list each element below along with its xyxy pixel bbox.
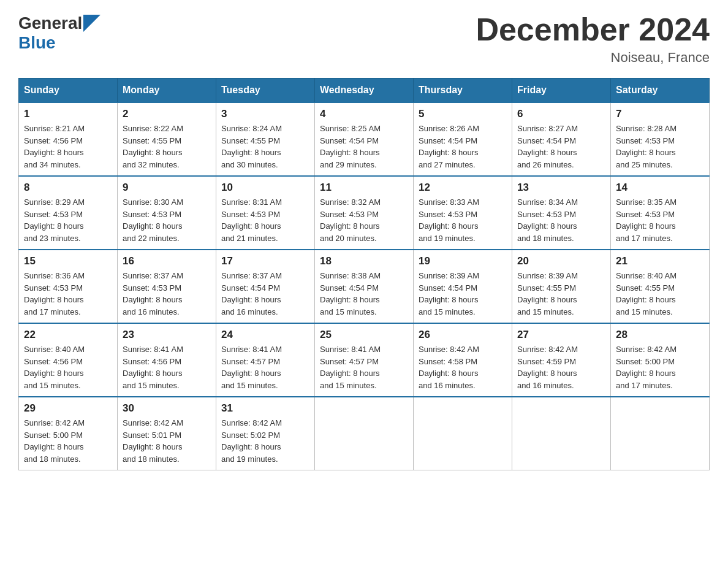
day-info: Sunrise: 8:39 AM Sunset: 4:55 PM Dayligh… [517,270,605,318]
day-info: Sunrise: 8:38 AM Sunset: 4:54 PM Dayligh… [320,270,408,318]
calendar-week-4: 22 Sunrise: 8:40 AM Sunset: 4:56 PM Dayl… [19,323,710,397]
day-number: 25 [320,329,408,341]
calendar-title: December 2024 [476,12,710,47]
calendar-cell [611,397,710,470]
day-number: 24 [221,329,309,341]
day-number: 26 [419,329,507,341]
calendar-cell: 24 Sunrise: 8:41 AM Sunset: 4:57 PM Dayl… [216,323,315,397]
calendar-cell: 1 Sunrise: 8:21 AM Sunset: 4:56 PM Dayli… [19,102,118,176]
day-number: 5 [419,108,507,120]
day-number: 10 [221,182,309,194]
day-number: 16 [123,255,211,267]
day-info: Sunrise: 8:25 AM Sunset: 4:54 PM Dayligh… [320,123,408,170]
calendar-cell: 5 Sunrise: 8:26 AM Sunset: 4:54 PM Dayli… [414,102,512,176]
logo-general-text: General [18,13,82,33]
calendar-cell [414,397,512,470]
day-info: Sunrise: 8:37 AM Sunset: 4:54 PM Dayligh… [221,270,309,318]
day-number: 21 [616,255,704,267]
day-info: Sunrise: 8:41 AM Sunset: 4:57 PM Dayligh… [320,343,408,391]
calendar-cell: 12 Sunrise: 8:33 AM Sunset: 4:53 PM Dayl… [414,176,512,250]
calendar-cell: 11 Sunrise: 8:32 AM Sunset: 4:53 PM Dayl… [315,176,414,250]
day-number: 31 [221,402,309,415]
calendar-cell: 23 Sunrise: 8:41 AM Sunset: 4:56 PM Dayl… [118,323,216,397]
calendar-subtitle: Noiseau, France [476,50,710,66]
calendar-cell: 31 Sunrise: 8:42 AM Sunset: 5:02 PM Dayl… [216,397,315,470]
col-friday: Friday [512,79,611,103]
day-info: Sunrise: 8:36 AM Sunset: 4:53 PM Dayligh… [24,270,112,318]
calendar-cell: 17 Sunrise: 8:37 AM Sunset: 4:54 PM Dayl… [216,250,315,323]
calendar-cell [512,397,611,470]
col-wednesday: Wednesday [315,79,414,103]
day-info: Sunrise: 8:41 AM Sunset: 4:56 PM Dayligh… [123,343,211,391]
logo-arrow-icon [83,15,100,32]
day-info: Sunrise: 8:27 AM Sunset: 4:54 PM Dayligh… [517,123,605,170]
day-info: Sunrise: 8:33 AM Sunset: 4:53 PM Dayligh… [419,196,507,244]
day-info: Sunrise: 8:41 AM Sunset: 4:57 PM Dayligh… [221,343,309,391]
col-thursday: Thursday [414,79,512,103]
page-header: General Blue December 2024 Noiseau, Fran… [18,12,710,66]
day-number: 13 [517,182,605,194]
calendar-cell: 28 Sunrise: 8:42 AM Sunset: 5:00 PM Dayl… [611,323,710,397]
day-info: Sunrise: 8:31 AM Sunset: 4:53 PM Dayligh… [221,196,309,244]
calendar-cell: 10 Sunrise: 8:31 AM Sunset: 4:53 PM Dayl… [216,176,315,250]
day-info: Sunrise: 8:42 AM Sunset: 5:00 PM Dayligh… [616,343,704,391]
day-number: 1 [24,108,112,120]
calendar-cell: 2 Sunrise: 8:22 AM Sunset: 4:55 PM Dayli… [118,102,216,176]
day-number: 6 [517,108,605,120]
day-number: 27 [517,329,605,341]
calendar-week-1: 1 Sunrise: 8:21 AM Sunset: 4:56 PM Dayli… [19,102,710,176]
day-info: Sunrise: 8:42 AM Sunset: 4:58 PM Dayligh… [419,343,507,391]
day-number: 23 [123,329,211,341]
col-monday: Monday [118,79,216,103]
calendar-cell: 15 Sunrise: 8:36 AM Sunset: 4:53 PM Dayl… [19,250,118,323]
calendar-week-5: 29 Sunrise: 8:42 AM Sunset: 5:00 PM Dayl… [19,397,710,470]
day-number: 3 [221,108,309,120]
calendar-cell: 16 Sunrise: 8:37 AM Sunset: 4:53 PM Dayl… [118,250,216,323]
day-info: Sunrise: 8:42 AM Sunset: 5:01 PM Dayligh… [123,417,211,465]
day-number: 14 [616,182,704,194]
day-number: 9 [123,182,211,194]
calendar-cell: 6 Sunrise: 8:27 AM Sunset: 4:54 PM Dayli… [512,102,611,176]
calendar-cell: 8 Sunrise: 8:29 AM Sunset: 4:53 PM Dayli… [19,176,118,250]
day-number: 20 [517,255,605,267]
calendar-cell [315,397,414,470]
calendar-cell: 29 Sunrise: 8:42 AM Sunset: 5:00 PM Dayl… [19,397,118,470]
col-tuesday: Tuesday [216,79,315,103]
calendar-cell: 9 Sunrise: 8:30 AM Sunset: 4:53 PM Dayli… [118,176,216,250]
svg-marker-0 [83,15,100,32]
col-saturday: Saturday [611,79,710,103]
calendar-week-2: 8 Sunrise: 8:29 AM Sunset: 4:53 PM Dayli… [19,176,710,250]
day-info: Sunrise: 8:26 AM Sunset: 4:54 PM Dayligh… [419,123,507,170]
day-info: Sunrise: 8:42 AM Sunset: 4:59 PM Dayligh… [517,343,605,391]
day-info: Sunrise: 8:24 AM Sunset: 4:55 PM Dayligh… [221,123,309,170]
day-number: 15 [24,255,112,267]
calendar-cell: 18 Sunrise: 8:38 AM Sunset: 4:54 PM Dayl… [315,250,414,323]
day-info: Sunrise: 8:34 AM Sunset: 4:53 PM Dayligh… [517,196,605,244]
calendar-cell: 20 Sunrise: 8:39 AM Sunset: 4:55 PM Dayl… [512,250,611,323]
logo-blue-text: Blue [18,33,56,53]
day-number: 12 [419,182,507,194]
day-info: Sunrise: 8:39 AM Sunset: 4:54 PM Dayligh… [419,270,507,318]
calendar-cell: 27 Sunrise: 8:42 AM Sunset: 4:59 PM Dayl… [512,323,611,397]
calendar-table: Sunday Monday Tuesday Wednesday Thursday… [18,78,710,470]
calendar-cell: 19 Sunrise: 8:39 AM Sunset: 4:54 PM Dayl… [414,250,512,323]
calendar-cell: 26 Sunrise: 8:42 AM Sunset: 4:58 PM Dayl… [414,323,512,397]
day-info: Sunrise: 8:40 AM Sunset: 4:56 PM Dayligh… [24,343,112,391]
calendar-cell: 30 Sunrise: 8:42 AM Sunset: 5:01 PM Dayl… [118,397,216,470]
day-info: Sunrise: 8:40 AM Sunset: 4:55 PM Dayligh… [616,270,704,318]
day-number: 7 [616,108,704,120]
day-number: 8 [24,182,112,194]
day-info: Sunrise: 8:29 AM Sunset: 4:53 PM Dayligh… [24,196,112,244]
calendar-cell: 3 Sunrise: 8:24 AM Sunset: 4:55 PM Dayli… [216,102,315,176]
calendar-cell: 13 Sunrise: 8:34 AM Sunset: 4:53 PM Dayl… [512,176,611,250]
day-number: 22 [24,329,112,341]
day-number: 11 [320,182,408,194]
calendar-cell: 22 Sunrise: 8:40 AM Sunset: 4:56 PM Dayl… [19,323,118,397]
day-number: 17 [221,255,309,267]
calendar-title-section: December 2024 Noiseau, France [476,12,710,66]
day-number: 28 [616,329,704,341]
calendar-cell: 21 Sunrise: 8:40 AM Sunset: 4:55 PM Dayl… [611,250,710,323]
day-number: 4 [320,108,408,120]
day-info: Sunrise: 8:30 AM Sunset: 4:53 PM Dayligh… [123,196,211,244]
day-number: 2 [123,108,211,120]
